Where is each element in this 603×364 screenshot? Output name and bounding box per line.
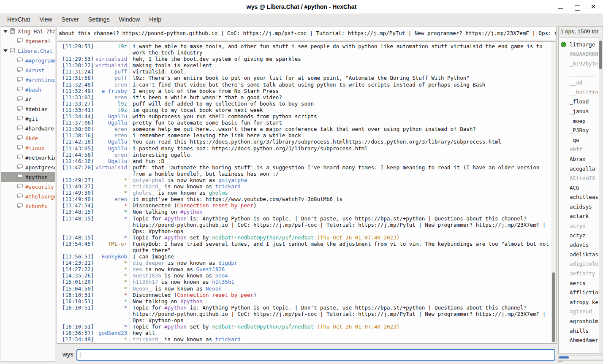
message-nick: eren (95, 132, 127, 139)
tree-channel-postgresql[interactable]: #postgresql (1, 163, 55, 172)
userlist-item-ahmedamer[interactable]: AhmedAmer (559, 335, 599, 345)
chat-scrollbar[interactable] (551, 42, 556, 343)
userlist-item-adigitole[interactable]: adigitole (559, 259, 599, 269)
message-text: golyalpha1 is now known as golyalpha (130, 177, 549, 183)
chat-message-row: [11:38:00]erensomeone help me out here..… (57, 126, 549, 132)
message-timestamp: [11:47:20] (57, 164, 95, 177)
expander-icon[interactable] (3, 30, 8, 33)
menu-item-settings[interactable]: Settings (84, 14, 114, 25)
userlist-item-aczyz[interactable]: aczyz (559, 231, 599, 240)
userlist-item-abrax[interactable]: Abrax (559, 154, 599, 164)
userlist-item-aeris[interactable]: aeris (559, 278, 599, 288)
userlist-item-acidsys[interactable]: acidsys (559, 202, 599, 212)
tree-channel-git[interactable]: #git (1, 114, 55, 124)
message-input[interactable] (76, 349, 555, 361)
menu-item-server[interactable]: Server (57, 14, 84, 25)
userlist-item-achilleas[interactable]: achilleas (559, 193, 599, 202)
message-nick: l9z (95, 101, 127, 107)
topic-bar[interactable]: about this channel? https://pound-python… (57, 27, 557, 40)
message-nick: virtualsid (95, 164, 127, 177)
event-asterisk: * (95, 292, 127, 298)
userlist-item-afropy_ke[interactable]: afropy_ke (559, 297, 599, 307)
tree-channel-ubuntu[interactable]: #ubuntu (1, 201, 55, 211)
tree-channel-programming[interactable]: ##programming (1, 56, 55, 65)
tree-channel-networking[interactable]: #networking (1, 153, 55, 163)
message-timestamp: [14:35:26] (57, 272, 95, 279)
message-nick: godSend23 (95, 330, 127, 336)
tree-channel-bash[interactable]: #bash (1, 85, 55, 95)
userlist-item-acfromtx[interactable]: ACfromTX (559, 173, 599, 183)
chat-message-row: [11:34:44]Ugalluwith subprocess you run … (57, 113, 549, 120)
userlist-item-agireud[interactable]: agireud (559, 307, 599, 317)
userlist-item-agronholm[interactable]: agronholm (559, 316, 599, 326)
userlist-item-litharge[interactable]: litharge (559, 40, 599, 49)
userlist-item-068aadrkn[interactable]: 068AADRKN (559, 49, 599, 59)
userlist-item-_flood[interactable]: _flood (559, 97, 599, 107)
tree-channel-general[interactable]: #general (1, 36, 55, 46)
chat-scrollbar-thumb[interactable] (552, 272, 555, 342)
server-icon (9, 47, 16, 55)
userlist-item-acg[interactable]: ACG (559, 183, 599, 193)
userlist-item-__builtin[interactable]: __builtin (559, 87, 599, 97)
event-asterisk: * (95, 285, 127, 292)
tree-channel-c[interactable]: #c (1, 95, 55, 104)
message-text: im going to my local book store next wee… (130, 107, 549, 113)
userlist-item-aefinity[interactable]: aefinity (559, 269, 599, 278)
message-text: hey all (130, 330, 549, 336)
tree-channel-rust[interactable]: ##rust (1, 65, 55, 75)
menu-item-help[interactable]: Help (144, 14, 166, 25)
menu-item-window[interactable]: Window (114, 14, 144, 25)
chat-lines: [11:29:51]l9zi want be able to make tool… (57, 43, 549, 342)
userlist-item-__ad[interactable]: __ad (559, 78, 599, 87)
message-nick: Ugallu (95, 120, 127, 126)
event-asterisk: * (95, 279, 127, 285)
userlist-item-adeliktas[interactable]: adeliktas (559, 250, 599, 259)
userlist-scrollbar-thumb[interactable] (599, 41, 602, 69)
tree-item-label: #hardware (25, 125, 54, 132)
user-nick: acegalla- (570, 166, 598, 172)
chat-message-row: [14:27:22]*neo is now known as Guest1826 (57, 266, 549, 272)
close-button[interactable]: ✕ (586, 0, 600, 14)
userlist-item-_8192byte[interactable]: _8192byte (559, 59, 599, 68)
minimize-button[interactable] (553, 0, 568, 14)
userlist-item-_pjboy[interactable]: _PJBoy (559, 125, 599, 135)
chat-message-row: [11:46:10]Ugalluand fun :D (57, 158, 549, 164)
tree-channel-archlinux[interactable]: #archlinux (1, 75, 55, 85)
user-nick: adavis (570, 242, 589, 248)
message-timestamp: [14:27:22] (57, 266, 95, 272)
userlist-item-_janus[interactable]: _janus (559, 106, 599, 116)
userlist-item-acryo[interactable]: acryo (559, 221, 599, 231)
tree-server-libera.chat[interactable]: Libera.Chat (1, 46, 55, 56)
tree-channel-debian[interactable]: #debian (1, 104, 55, 114)
maximize-button[interactable] (570, 0, 584, 14)
message-text: l9z: There's an entire book to put on yo… (130, 75, 549, 81)
channel-icon (16, 125, 23, 132)
userlist-item-acegalla-[interactable]: acegalla- (559, 164, 599, 174)
user-nick: adigitole (570, 261, 598, 267)
tree-item-label: #ubuntu (25, 203, 48, 209)
userlist-scrollbar[interactable] (599, 38, 602, 353)
tree-channel-security[interactable]: #security (1, 182, 55, 192)
user-nick: _moep_ (570, 118, 589, 124)
menu-item-view[interactable]: View (35, 14, 57, 25)
tree-channel-hardware[interactable]: #hardware (1, 124, 55, 133)
tree-channel-python[interactable]: #python (1, 172, 55, 182)
userlist-item-________[interactable]: ________ (559, 68, 599, 78)
expander-icon[interactable] (3, 49, 8, 52)
userlist-item-_moep_[interactable]: _moep_ (559, 116, 599, 126)
tree-server-xing-hai-zhar[interactable]: Xing-Hai-Zhar (1, 27, 55, 36)
tree-channel-thelounge[interactable]: #thelounge (1, 192, 55, 201)
message-nick: virtualsid (95, 56, 127, 62)
channel-icon (16, 183, 23, 190)
userlist-item-adavis[interactable]: adavis (559, 240, 599, 250)
tree-channel-linux[interactable]: #linux (1, 143, 55, 153)
userlist-item-_qw_[interactable]: _qw_ (559, 135, 599, 145)
userlist-item-affliction[interactable]: Affliction (559, 288, 599, 297)
userlist-item-aclark[interactable]: aclark (559, 212, 599, 221)
userlist-item-ahills[interactable]: ahills (559, 326, 599, 336)
menu-item-hexchat[interactable]: HexChat (3, 14, 35, 25)
userlist-item-abff[interactable]: abff (559, 145, 599, 155)
tree-channel-kde[interactable]: #kde (1, 133, 55, 143)
tree-item-label: #archlinux (25, 77, 55, 83)
message-text: dig_deeper is now known as digdpr (130, 260, 549, 266)
